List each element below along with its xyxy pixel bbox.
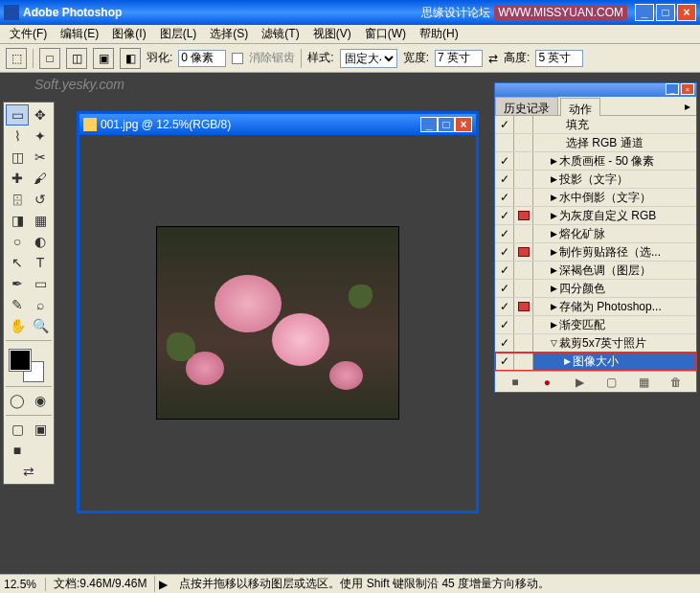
action-row[interactable]: ✓▶存储为 Photoshop... [495,298,696,316]
menu-layer[interactable]: 图层(L) [154,24,203,44]
marquee-exclude-icon[interactable]: ◧ [120,48,141,69]
new-action-button[interactable]: ▦ [636,376,651,389]
doc-maximize-button[interactable]: □ [438,117,455,132]
brush-tool[interactable]: 🖌 [29,168,52,189]
marquee-tool[interactable]: ▭ [6,104,29,125]
action-dialog-toggle[interactable] [514,152,533,170]
stop-button[interactable]: ■ [508,376,523,389]
tab-history[interactable]: 历史记录 [495,97,558,115]
action-row[interactable]: ✓▶为灰度自定义 RGB [495,207,696,225]
pen-tool[interactable]: ✒ [6,273,29,294]
action-label[interactable]: ▶深褐色调（图层） [533,262,696,279]
action-dialog-toggle[interactable] [514,262,533,279]
action-row[interactable]: ✓▶渐变匹配 [495,316,696,334]
action-label[interactable]: ▶四分颜色 [533,280,696,297]
panel-close-button[interactable]: × [681,83,694,95]
crop-tool[interactable]: ◫ [6,147,29,168]
action-dialog-toggle[interactable] [514,116,533,133]
shape-tool[interactable]: ▭ [29,273,52,294]
action-label[interactable]: ▶存储为 Photoshop... [533,298,696,315]
status-zoom[interactable]: 12.5% [0,578,46,591]
action-label[interactable]: ▶投影（文字） [533,171,696,188]
document-canvas-area[interactable] [79,135,476,511]
action-toggle-check[interactable]: ✓ [495,189,514,206]
quick-mask-off[interactable]: ◯ [6,390,29,411]
action-toggle-check[interactable]: ✓ [495,171,514,188]
action-toggle-check[interactable]: ✓ [495,280,514,297]
heal-tool[interactable]: ✚ [6,168,29,189]
action-toggle-check[interactable]: ✓ [495,298,514,315]
action-toggle-check[interactable]: ✓ [495,116,514,133]
status-doc[interactable]: 文档:9.46M/9.46M [46,576,155,592]
swap-wh-icon[interactable]: ⇄ [488,52,498,65]
action-label[interactable]: ▶木质画框 - 50 像素 [533,152,696,170]
imageready-icon[interactable]: ⇄ [6,461,52,482]
screen-full-menu[interactable]: ▣ [29,419,52,440]
action-row[interactable]: ✓▽裁剪5x7英寸照片 [495,334,696,353]
doc-minimize-button[interactable]: _ [420,117,438,132]
menu-filter[interactable]: 滤镜(T) [256,24,305,44]
menu-window[interactable]: 窗口(W) [359,24,412,44]
record-button[interactable]: ● [539,376,554,389]
doc-close-button[interactable]: × [455,117,472,132]
delete-button[interactable]: 🗑 [668,376,684,389]
notes-tool[interactable]: ✎ [6,294,29,315]
action-label[interactable]: ▶水中倒影（文字） [533,189,696,206]
action-row[interactable]: ✓填充 [495,116,696,134]
lasso-tool[interactable]: ⌇ [6,125,29,147]
action-toggle-check[interactable]: ✓ [495,207,514,224]
menu-file[interactable]: 文件(F) [4,24,53,44]
panel-minimize-button[interactable]: _ [666,83,679,95]
zoom-tool[interactable]: 🔍 [29,315,52,336]
move-tool[interactable]: ✥ [29,104,52,125]
action-dialog-toggle[interactable] [514,334,533,352]
history-brush-tool[interactable]: ↺ [29,189,52,210]
action-dialog-toggle[interactable] [514,353,533,370]
minimize-button[interactable]: _ [635,4,654,21]
action-label[interactable]: ▶熔化矿脉 [533,225,696,242]
action-label[interactable]: ▶渐变匹配 [533,316,696,333]
tool-preset-icon[interactable]: ⬚ [6,48,27,69]
action-row[interactable]: ✓▶四分颜色 [495,280,696,298]
action-row[interactable]: ✓▶深褐色调（图层） [495,262,696,280]
eyedropper-tool[interactable]: ⌕ [29,294,52,315]
screen-full[interactable]: ■ [6,440,29,461]
slice-tool[interactable]: ✂ [29,147,52,168]
menu-help[interactable]: 帮助(H) [414,24,464,44]
document-titlebar[interactable]: 001.jpg @ 12.5%(RGB/8) _ □ × [79,114,476,135]
action-toggle-check[interactable]: ✓ [495,243,514,261]
eraser-tool[interactable]: ◨ [6,210,29,231]
action-toggle-check[interactable]: ✓ [495,225,514,242]
menu-select[interactable]: 选择(S) [204,24,254,44]
action-label[interactable]: 选择 RGB 通道 [533,134,696,151]
action-dialog-toggle[interactable] [514,189,533,206]
action-row[interactable]: ✓▶熔化矿脉 [495,225,696,243]
blur-tool[interactable]: ○ [6,231,29,252]
action-label[interactable]: ▶图像大小 [533,353,696,370]
action-dialog-toggle[interactable] [514,316,533,333]
action-dialog-toggle[interactable] [514,207,533,224]
path-tool[interactable]: ↖ [6,252,29,273]
play-button[interactable]: ▶ [572,376,587,389]
wand-tool[interactable]: ✦ [29,125,52,147]
screen-standard[interactable]: ▢ [6,419,29,440]
action-dialog-toggle[interactable] [514,171,533,188]
feather-input[interactable] [178,50,226,67]
marquee-rect-icon[interactable]: □ [39,48,60,69]
panel-menu-icon[interactable]: ▸ [679,97,696,115]
quick-mask-on[interactable]: ◉ [29,390,52,411]
action-dialog-toggle[interactable] [514,134,533,151]
height-input[interactable] [535,50,583,67]
new-set-button[interactable]: ▢ [604,376,620,389]
width-input[interactable] [435,50,483,67]
action-row[interactable]: ✓▶图像大小 [495,353,696,371]
style-select[interactable]: 固定大小 [340,49,397,68]
action-row[interactable]: ✓▶制作剪贴路径（选... [495,243,696,262]
action-label[interactable]: ▶为灰度自定义 RGB [533,207,696,224]
maximize-button[interactable]: □ [656,4,675,21]
action-row[interactable]: ✓▶木质画框 - 50 像素 [495,152,696,171]
action-dialog-toggle[interactable] [514,243,533,261]
action-toggle-check[interactable] [495,134,514,151]
action-row[interactable]: 选择 RGB 通道 [495,134,696,152]
action-toggle-check[interactable]: ✓ [495,152,514,170]
